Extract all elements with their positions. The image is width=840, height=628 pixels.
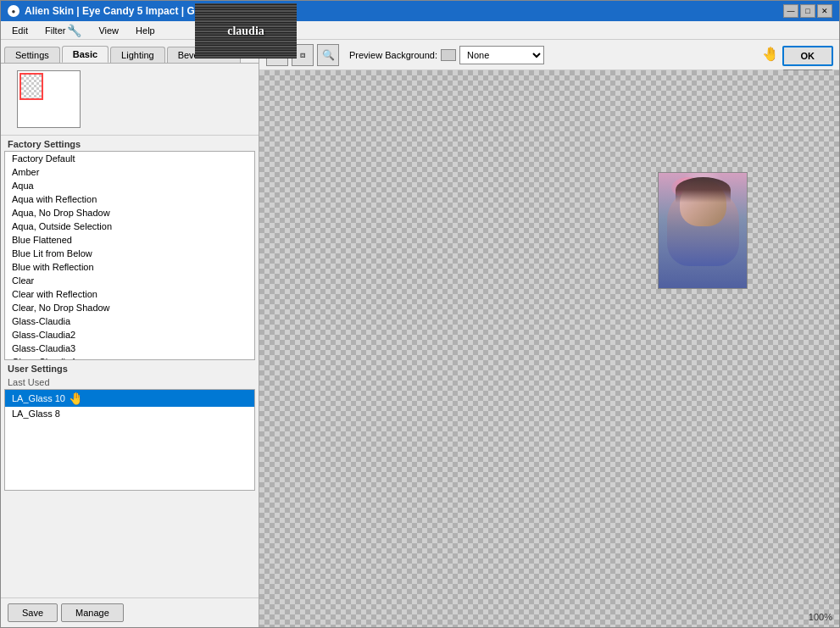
factory-section-label: Factory Settings bbox=[1, 136, 259, 151]
bg-swatch bbox=[441, 49, 456, 61]
minimize-button[interactable]: — bbox=[783, 4, 798, 18]
preview-image bbox=[658, 172, 748, 289]
factory-list[interactable]: Factory Default Amber Aqua Aqua with Ref… bbox=[4, 151, 255, 360]
list-item-la-glass-8[interactable]: LA_Glass 8 bbox=[5, 407, 254, 420]
tab-basic[interactable]: Basic bbox=[62, 46, 108, 63]
window-title: Alien Skin | Eye Candy 5 Impact | Glass bbox=[25, 5, 214, 17]
figure-hair bbox=[676, 177, 731, 203]
menu-help[interactable]: Help bbox=[128, 23, 163, 38]
list-item-glass-claudia2[interactable]: Glass-Claudia2 bbox=[5, 328, 254, 342]
main-window: ● Alien Skin | Eye Candy 5 Impact | Glas… bbox=[0, 0, 840, 628]
close-button[interactable]: ✕ bbox=[817, 4, 832, 18]
zoom-icon: 🔍 bbox=[322, 49, 335, 61]
last-used-label: Last Used bbox=[1, 375, 259, 389]
list-item-aqua[interactable]: Aqua bbox=[5, 179, 254, 192]
list-item-amber[interactable]: Amber bbox=[5, 165, 254, 179]
menu-bar: Edit Filter 🔧 View Help bbox=[1, 21, 839, 40]
window-controls: — □ ✕ bbox=[783, 4, 832, 18]
main-area: Settings Basic Lighting Bevel Profile cl… bbox=[1, 40, 839, 627]
zoom-button[interactable]: 🔍 bbox=[317, 44, 339, 66]
menu-view[interactable]: View bbox=[91, 23, 126, 38]
list-item-aqua-reflection[interactable]: Aqua with Reflection bbox=[5, 192, 254, 206]
ok-button[interactable]: OK bbox=[782, 46, 834, 66]
user-list[interactable]: LA_Glass 10 🤚 LA_Glass 8 bbox=[4, 389, 255, 491]
right-panel: ⊞ ⧈ 🔍 Preview Background: None White Bla… bbox=[259, 40, 839, 627]
la-glass-10-label: LA_Glass 10 bbox=[12, 393, 65, 403]
preview-bg-select: None White Black Custom... bbox=[441, 46, 544, 64]
app-icon: ● bbox=[8, 5, 19, 17]
list-item-factory-default[interactable]: Factory Default bbox=[5, 152, 254, 165]
preview-thumbnail bbox=[17, 70, 81, 128]
tab-settings[interactable]: Settings bbox=[4, 47, 60, 63]
left-panel: Settings Basic Lighting Bevel Profile cl… bbox=[1, 40, 259, 627]
cursor-icon: 🤚 bbox=[69, 392, 83, 405]
user-section: User Settings Last Used LA_Glass 10 🤚 LA… bbox=[1, 360, 259, 597]
list-item-blue-flat[interactable]: Blue Flattened bbox=[5, 233, 254, 247]
filter-icon: 🔧 bbox=[67, 24, 81, 37]
user-section-label: User Settings bbox=[1, 360, 259, 375]
preview-bg-label: Preview Background: bbox=[349, 50, 437, 60]
list-item-aqua-outside[interactable]: Aqua, Outside Selection bbox=[5, 220, 254, 233]
preview-strip: claudia bbox=[1, 64, 259, 136]
menu-filter-label: Filter bbox=[45, 25, 65, 36]
list-item-clear[interactable]: Clear bbox=[5, 274, 254, 287]
list-item-aqua-no-drop[interactable]: Aqua, No Drop Shadow bbox=[5, 206, 254, 220]
title-bar-left: ● Alien Skin | Eye Candy 5 Impact | Glas… bbox=[8, 5, 214, 17]
manage-button[interactable]: Manage bbox=[61, 603, 124, 622]
save-button[interactable]: Save bbox=[8, 603, 58, 622]
bottom-buttons: Save Manage bbox=[1, 597, 259, 627]
ok-area: 🤚 OK bbox=[782, 46, 834, 66]
bg-dropdown[interactable]: None White Black Custom... bbox=[459, 46, 544, 64]
right-toolbar: ⊞ ⧈ 🔍 Preview Background: None White Bla… bbox=[259, 40, 839, 70]
thumbnail-preview: claudia bbox=[195, 40, 297, 58]
tab-lighting[interactable]: Lighting bbox=[110, 47, 165, 63]
menu-filter[interactable]: Filter 🔧 bbox=[37, 21, 89, 40]
preview-image-inner bbox=[659, 173, 747, 288]
list-item-la-glass-10[interactable]: LA_Glass 10 🤚 bbox=[5, 390, 254, 407]
factory-section: Factory Settings Factory Default Amber A… bbox=[1, 136, 259, 360]
list-item-glass-claudia[interactable]: Glass-Claudia bbox=[5, 314, 254, 328]
title-bar: ● Alien Skin | Eye Candy 5 Impact | Glas… bbox=[1, 1, 839, 21]
split-icon: ⧈ bbox=[300, 50, 305, 60]
list-item-blue-lit[interactable]: Blue Lit from Below bbox=[5, 247, 254, 260]
maximize-button[interactable]: □ bbox=[800, 4, 815, 18]
thumb-bg-lines bbox=[195, 40, 297, 58]
list-item-glass-claudia3[interactable]: Glass-Claudia3 bbox=[5, 342, 254, 355]
thumb-inner bbox=[19, 73, 43, 100]
zoom-level: 100% bbox=[809, 612, 832, 622]
list-item-clear-no-drop[interactable]: Clear, No Drop Shadow bbox=[5, 301, 254, 314]
preview-canvas: 100% bbox=[259, 70, 839, 627]
ok-cursor-icon: 🤚 bbox=[762, 46, 779, 62]
list-item-blue-reflection[interactable]: Blue with Reflection bbox=[5, 260, 254, 274]
list-item-clear-reflection[interactable]: Clear with Reflection bbox=[5, 287, 254, 301]
menu-edit[interactable]: Edit bbox=[4, 23, 36, 38]
